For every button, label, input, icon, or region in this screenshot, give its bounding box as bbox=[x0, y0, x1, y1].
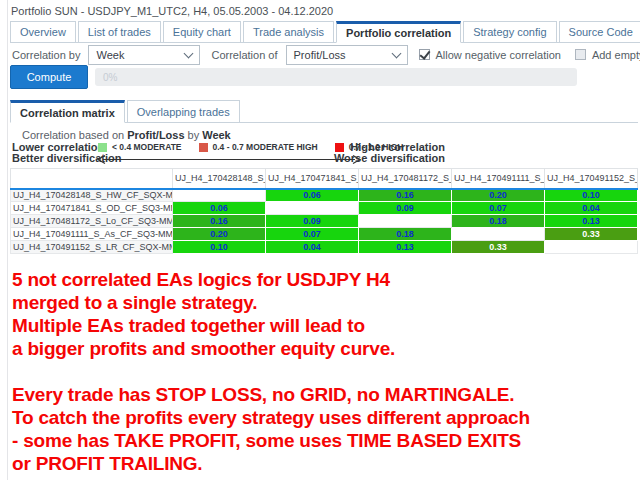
correlation-by-value: Week bbox=[96, 49, 124, 61]
compute-row: Compute 0% bbox=[10, 65, 577, 89]
matrix-cell: 0.10 bbox=[545, 189, 638, 202]
matrix-row-label: UJ_H4_170471841_S_OD_CF_SQ3-MM bbox=[11, 202, 173, 215]
legend-swatch-icon bbox=[98, 143, 107, 152]
correlation-by-select[interactable]: Week bbox=[88, 45, 200, 65]
annotation-line: merged to a single strategy. bbox=[12, 291, 530, 314]
correlation-of-label: Correlation of bbox=[211, 49, 277, 61]
table-row: UJ_H4_170428148_S_HW_CF_SQX-MM0.060.160.… bbox=[11, 189, 638, 202]
matrix-cell: 0.07 bbox=[266, 228, 359, 241]
matrix-cell: 0.33 bbox=[545, 228, 638, 241]
matrix-cell: 0.10 bbox=[173, 241, 266, 254]
annotation-text: 5 not correlated EAs logics for USDJPY H… bbox=[12, 268, 530, 475]
table-row: UJ_H4_170491111_S_As_CF_SQ3-MM0.200.070.… bbox=[11, 228, 638, 241]
correlation-matrix: UJ_H4_170428148_S_HW...UJ_H4_170471841_S… bbox=[10, 168, 638, 254]
legend-item: < 0.4 MODERATE bbox=[98, 142, 182, 152]
caption-joiner: by bbox=[188, 129, 200, 141]
matrix-row-label: UJ_H4_170491152_S_LR_CF_SQX-MM bbox=[11, 241, 173, 254]
matrix-cell: 0.07 bbox=[452, 202, 545, 215]
tab-portfolio-correlation[interactable]: Portfolio correlation bbox=[336, 21, 461, 43]
add-empty-periods-label: Add empty periods bbox=[592, 49, 640, 61]
matrix-column-header: UJ_H4_170491152_S_LR_... bbox=[545, 169, 638, 189]
matrix-cell-empty bbox=[173, 189, 266, 202]
matrix-cell-empty bbox=[359, 215, 452, 228]
annotation-line: - some has TAKE PROFIT, some uses TIME B… bbox=[12, 429, 530, 452]
matrix-cell: 0.09 bbox=[359, 202, 452, 215]
matrix-cell: 0.13 bbox=[545, 215, 638, 228]
matrix-cell-empty bbox=[545, 241, 638, 254]
matrix-caption: Correlation based onProfit/LossbyWeek bbox=[22, 129, 234, 141]
caption-period: Week bbox=[202, 129, 231, 141]
tab-source-code[interactable]: Source Code bbox=[559, 21, 640, 43]
matrix-cell: 0.06 bbox=[173, 202, 266, 215]
tab-trade-analysis[interactable]: Trade analysis bbox=[243, 21, 334, 43]
correlation-of-value: Profit/Loss bbox=[294, 49, 346, 61]
annotation-line bbox=[12, 360, 530, 383]
annotation-line: a bigger profits and smoother equity cur… bbox=[12, 337, 530, 360]
annotation-line: Every trade has STOP LOSS, no GRID, no M… bbox=[12, 383, 530, 406]
annotation-line: 5 not correlated EAs logics for USDJPY H… bbox=[12, 268, 530, 291]
annotation-line: To catch the profits every strategy uses… bbox=[12, 406, 530, 429]
tab-strategy-config[interactable]: Strategy config bbox=[463, 21, 556, 43]
caption-prefix: Correlation based on bbox=[22, 129, 124, 141]
matrix-cell: 0.06 bbox=[266, 189, 359, 202]
annotation-line: or PROFIT TRAILING. bbox=[12, 452, 530, 475]
correlation-by-label: Correlation by bbox=[12, 49, 80, 61]
matrix-column-header: UJ_H4_170491111_S_As_... bbox=[452, 169, 545, 189]
matrix-cell: 0.20 bbox=[173, 228, 266, 241]
correlation-legend: Lower correlation Better diversification… bbox=[12, 141, 445, 167]
chevron-down-icon bbox=[391, 48, 401, 58]
legend-swatch-icon bbox=[199, 143, 208, 152]
matrix-cell: 0.04 bbox=[266, 241, 359, 254]
subtab-correlation-matrix[interactable]: Correlation matrix bbox=[10, 100, 125, 123]
panel-left-border bbox=[7, 0, 8, 480]
checkbox-icon bbox=[575, 49, 586, 60]
matrix-column-header: UJ_H4_170428148_S_HW... bbox=[173, 169, 266, 189]
correlation-controls: Correlation by Week Correlation of Profi… bbox=[12, 44, 640, 65]
matrix-cell: 0.18 bbox=[452, 215, 545, 228]
matrix-row-label: UJ_H4_170481172_S_Lo_CF_SQ3-MM bbox=[11, 215, 173, 228]
matrix-row-label: UJ_H4_170428148_S_HW_CF_SQX-MM bbox=[11, 189, 173, 202]
matrix-cell: 0.16 bbox=[359, 189, 452, 202]
add-empty-periods-checkbox[interactable]: Add empty periods bbox=[575, 49, 640, 61]
matrix-cell-empty bbox=[266, 202, 359, 215]
correlation-of-select[interactable]: Profit/Loss bbox=[286, 45, 408, 65]
legend-item: 0.4 - 0.7 MODERATE HIGH bbox=[199, 142, 318, 152]
tab-overview[interactable]: Overview bbox=[10, 21, 76, 43]
legend-higher-correlation: Higher correlation Worse diversification bbox=[334, 142, 445, 164]
checkbox-icon bbox=[419, 49, 430, 60]
sub-tab-bar: Correlation matrixOverlapping trades bbox=[10, 100, 638, 123]
table-row: UJ_H4_170491152_S_LR_CF_SQX-MM0.100.040.… bbox=[11, 241, 638, 254]
matrix-corner-cell bbox=[11, 169, 173, 189]
matrix-cell: 0.04 bbox=[545, 202, 638, 215]
window-title: Portfolio SUN - USDJPY_M1_UTC2, H4, 05.0… bbox=[11, 5, 333, 17]
allow-negative-correlation-label: Allow negative correlation bbox=[436, 49, 561, 61]
table-row: UJ_H4_170471841_S_OD_CF_SQ3-MM0.060.090.… bbox=[11, 202, 638, 215]
chevron-down-icon bbox=[184, 48, 194, 58]
legend-label: < 0.4 MODERATE bbox=[112, 142, 182, 152]
matrix-cell: 0.18 bbox=[359, 228, 452, 241]
legend-label: 0.4 - 0.7 MODERATE HIGH bbox=[213, 142, 318, 152]
correlation-matrix-table: UJ_H4_170428148_S_HW...UJ_H4_170471841_S… bbox=[10, 168, 638, 254]
table-row: UJ_H4_170481172_S_Lo_CF_SQ3-MM0.160.090.… bbox=[11, 215, 638, 228]
matrix-cell: 0.16 bbox=[173, 215, 266, 228]
matrix-cell: 0.13 bbox=[359, 241, 452, 254]
double-arrow-icon bbox=[96, 154, 362, 165]
matrix-cell: 0.33 bbox=[452, 241, 545, 254]
progress-bar: 0% bbox=[95, 68, 577, 86]
matrix-cell: 0.20 bbox=[452, 189, 545, 202]
caption-metric: Profit/Loss bbox=[127, 129, 184, 141]
annotation-line: Multiple EAs traded together will lead t… bbox=[12, 314, 530, 337]
matrix-cell-empty bbox=[452, 228, 545, 241]
matrix-column-header: UJ_H4_170471841_S_OD_... bbox=[266, 169, 359, 189]
subtab-overlapping-trades[interactable]: Overlapping trades bbox=[127, 100, 240, 123]
matrix-row-label: UJ_H4_170491111_S_As_CF_SQ3-MM bbox=[11, 228, 173, 241]
compute-button[interactable]: Compute bbox=[10, 65, 88, 89]
main-tab-bar: OverviewList of tradesEquity chartTrade … bbox=[10, 21, 638, 43]
matrix-column-header: UJ_H4_170481172_S_Lo_... bbox=[359, 169, 452, 189]
matrix-cell: 0.09 bbox=[266, 215, 359, 228]
allow-negative-correlation-checkbox[interactable]: Allow negative correlation bbox=[419, 49, 561, 61]
tab-list-of-trades[interactable]: List of trades bbox=[78, 21, 161, 43]
tab-equity-chart[interactable]: Equity chart bbox=[163, 21, 241, 43]
